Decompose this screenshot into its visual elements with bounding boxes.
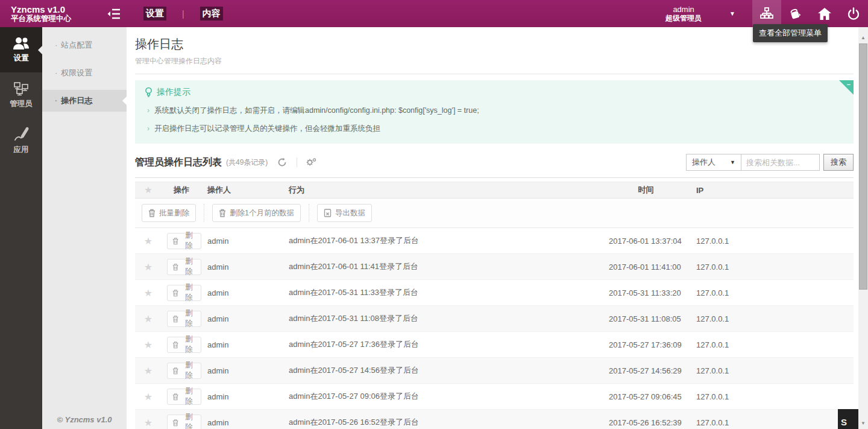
trash-icon: [172, 315, 178, 323]
logout-button[interactable]: [839, 0, 868, 27]
time-cell: 2017-06-01 11:41:00: [602, 262, 690, 272]
trash-icon: [219, 209, 226, 217]
delete-button[interactable]: 删除: [167, 311, 201, 327]
overlay-badge: S: [838, 409, 858, 429]
sidebar-item-settings[interactable]: 设置: [0, 27, 42, 72]
col-behavior: 行为: [283, 185, 602, 195]
action-group: 批量删除: [142, 204, 204, 222]
star-icon[interactable]: ★: [135, 365, 162, 377]
tip-line: 开启操作日志可以记录管理人员的关键操作，但会轻微加重系统负担: [145, 124, 844, 134]
delete-label: 删除: [181, 230, 196, 251]
scroll-up-icon[interactable]: ▲: [858, 33, 868, 42]
time-cell: 2017-05-26 16:52:39: [602, 418, 690, 427]
star-icon[interactable]: ★: [135, 235, 162, 247]
table-row: ★ 删除 admin admin在2017-05-27 09:06登录了后台 2…: [135, 384, 854, 410]
search-button[interactable]: 搜索: [823, 154, 854, 171]
action-label: 批量删除: [159, 208, 189, 218]
trash-icon: [172, 341, 178, 349]
sidebar-item-admins[interactable]: 管理员: [0, 72, 42, 118]
delete-button[interactable]: 删除: [167, 363, 201, 379]
refresh-button[interactable]: [277, 157, 287, 167]
search-field-value: 操作人: [692, 157, 715, 168]
bulk-action-bar: 批量删除 删除1个月前的数据 导出数据: [135, 199, 854, 228]
sitemap-icon: [760, 7, 774, 21]
search-input[interactable]: [741, 154, 820, 171]
row-operation-cell: 删除: [162, 363, 201, 379]
delete-button[interactable]: 删除: [167, 285, 201, 301]
delete-label: 删除: [181, 308, 196, 329]
main-sidebar: 设置 管理员 应用: [0, 27, 42, 429]
trash-icon: [148, 209, 156, 217]
star-icon[interactable]: ★: [135, 417, 162, 428]
submenu-item-permissions[interactable]: 权限设置: [42, 62, 127, 84]
table-row: ★ 删除 admin admin在2017-05-27 17:36登录了后台 2…: [135, 332, 854, 358]
list-settings-button[interactable]: [297, 157, 316, 167]
ip-cell: 127.0.0.1: [690, 392, 854, 401]
delete-button[interactable]: 删除: [167, 259, 201, 275]
submenu-item-operation-log[interactable]: 操作日志: [42, 90, 127, 112]
tooltip-all-menus: 查看全部管理菜单: [753, 24, 828, 42]
submenu-item-site-config[interactable]: 站点配置: [42, 34, 127, 56]
star-icon[interactable]: ★: [135, 313, 162, 325]
network-computers-icon: [12, 81, 30, 96]
sidebar-item-apps[interactable]: 应用: [0, 118, 42, 163]
top-menu-content[interactable]: 内容: [200, 7, 223, 21]
home-button[interactable]: [810, 0, 839, 27]
row-operation-cell: 删除: [162, 285, 201, 301]
operator-cell: admin: [201, 418, 283, 427]
delete-old-button[interactable]: 删除1个月前的数据: [212, 204, 301, 222]
star-icon[interactable]: ★: [135, 339, 162, 351]
user-caret-down-icon[interactable]: ▼: [729, 10, 735, 17]
operator-cell: admin: [201, 288, 283, 297]
top-menu: 设置 | 内容: [143, 7, 223, 21]
user-role: 超级管理员: [665, 14, 702, 23]
title-divider: [135, 74, 854, 74]
submenu-item-label: 操作日志: [61, 96, 92, 105]
search-field-select[interactable]: 操作人 ▼: [686, 154, 741, 171]
clear-cache-button[interactable]: [781, 0, 810, 27]
star-icon[interactable]: ★: [135, 261, 162, 273]
table-row: ★ 删除 admin admin在2017-06-01 11:41登录了后台 2…: [135, 254, 854, 280]
operator-cell: admin: [201, 237, 283, 246]
behavior-cell: admin在2017-05-26 16:52登录了后台: [283, 417, 602, 428]
lightbulb-icon: [145, 87, 153, 98]
top-menu-settings[interactable]: 设置: [143, 7, 166, 21]
record-count: (共49条记录): [226, 157, 268, 168]
delete-button[interactable]: 删除: [167, 233, 201, 249]
behavior-cell: admin在2017-05-27 09:06登录了后台: [283, 391, 602, 402]
trash-icon: [172, 367, 178, 375]
user-name: admin: [665, 5, 702, 14]
delete-button[interactable]: 删除: [167, 389, 201, 405]
action-label: 删除1个月前的数据: [230, 208, 294, 218]
delete-label: 删除: [181, 360, 196, 381]
star-icon[interactable]: ★: [135, 391, 162, 402]
behavior-cell: admin在2017-05-31 11:33登录了后台: [283, 287, 602, 298]
action-group: 导出数据: [309, 204, 380, 222]
page-title: 操作日志: [135, 36, 854, 52]
menu-separator: |: [182, 9, 184, 19]
active-notch: [122, 97, 127, 105]
user-info[interactable]: admin 超级管理员: [665, 5, 705, 23]
operator-cell: admin: [201, 366, 283, 375]
star-header-icon[interactable]: ★: [135, 185, 162, 195]
behavior-cell: admin在2017-06-01 11:41登录了后台: [283, 261, 602, 272]
operator-cell: admin: [201, 262, 283, 272]
all-menus-button[interactable]: [752, 0, 781, 27]
behavior-cell: admin在2017-05-31 11:08登录了后台: [283, 313, 602, 324]
col-time: 时间: [602, 185, 690, 195]
table-header: ★ 操作 操作人 行为 时间 IP: [135, 182, 854, 199]
vertical-scrollbar[interactable]: ▲ ▼: [858, 27, 868, 429]
scroll-down-icon[interactable]: ▼: [858, 418, 868, 428]
time-cell: 2017-05-31 11:08:05: [602, 314, 690, 323]
scrollbar-thumb[interactable]: [859, 43, 867, 290]
delete-button[interactable]: 删除: [167, 415, 201, 429]
ip-cell: 127.0.0.1: [690, 366, 854, 375]
bulk-delete-button[interactable]: 批量删除: [142, 204, 196, 222]
star-icon[interactable]: ★: [135, 287, 162, 299]
table-row: ★ 删除 admin admin在2017-05-27 14:56登录了后台 2…: [135, 358, 854, 384]
trash-icon: [172, 393, 178, 401]
delete-button[interactable]: 删除: [167, 337, 201, 353]
export-data-button[interactable]: 导出数据: [317, 204, 372, 222]
collapse-menu-icon[interactable]: [104, 5, 124, 22]
row-operation-cell: 删除: [162, 389, 201, 405]
